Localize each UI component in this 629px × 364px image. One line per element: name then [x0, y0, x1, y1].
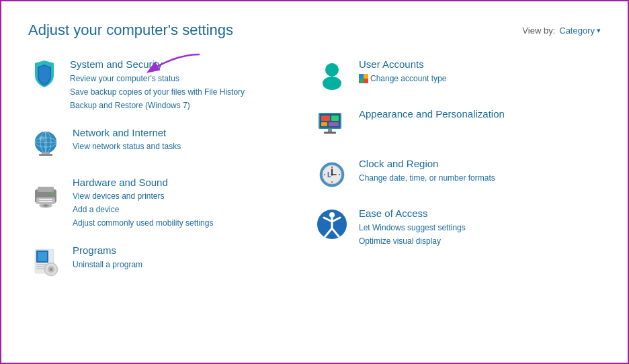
hardware-sound-title[interactable]: Hardware and Sound: [73, 176, 213, 189]
svg-point-28: [323, 77, 341, 90]
system-security-item[interactable]: System and Security Review your computer…: [28, 58, 314, 111]
hardware-sound-icon: [28, 176, 63, 211]
network-internet-icon: [28, 126, 63, 161]
svg-rect-29: [359, 74, 364, 79]
svg-rect-32: [364, 79, 368, 83]
svg-point-16: [45, 204, 47, 206]
user-accounts-link-0[interactable]: Change account type: [359, 73, 446, 85]
svg-point-13: [51, 191, 54, 194]
svg-point-7: [39, 136, 44, 141]
network-internet-title[interactable]: Network and Internet: [73, 126, 181, 140]
page-title: Adjust your computer's settings: [28, 21, 233, 39]
svg-rect-30: [364, 74, 368, 79]
svg-rect-38: [329, 122, 339, 126]
ease-access-title[interactable]: Ease of Access: [359, 207, 466, 220]
programs-link-0[interactable]: Uninstall a program: [73, 259, 142, 271]
network-internet-item[interactable]: Network and Internet View network status…: [28, 126, 314, 161]
hardware-sound-link-0[interactable]: View devices and printers: [73, 190, 213, 202]
control-panel-page: Adjust your computer's settings View by:…: [1, 1, 628, 314]
system-security-link-1[interactable]: Save backup copies of your files with Fi…: [70, 86, 245, 98]
network-internet-link-0[interactable]: View network status and tasks: [73, 140, 181, 152]
svg-rect-40: [324, 132, 336, 134]
network-internet-text: Network and Internet View network status…: [73, 126, 181, 153]
clock-region-item[interactable]: L Clock and Region Change date, time, or…: [314, 157, 601, 192]
hardware-sound-link-2[interactable]: Adjust commonly used mobility settings: [73, 217, 213, 229]
ease-access-icon: [314, 207, 349, 242]
hardware-sound-text: Hardware and Sound View devices and prin…: [73, 176, 213, 230]
categories-grid: System and Security Review your computer…: [28, 58, 601, 293]
svg-rect-6: [39, 154, 52, 156]
svg-rect-19: [38, 252, 47, 261]
header: Adjust your computer's settings View by:…: [28, 21, 601, 39]
right-column: User Accounts Change account type: [314, 58, 601, 293]
programs-text: Programs Uninstall a program: [73, 244, 142, 271]
programs-title[interactable]: Programs: [73, 244, 142, 257]
system-security-text: System and Security Review your computer…: [70, 58, 245, 111]
user-accounts-title[interactable]: User Accounts: [359, 58, 446, 71]
ease-access-item[interactable]: Ease of Access Let Windows suggest setti…: [314, 207, 601, 247]
view-by-dropdown[interactable]: Category: [559, 26, 601, 36]
appearance-item[interactable]: Appearance and Personalization: [314, 107, 601, 142]
ease-access-link-1[interactable]: Optimize visual display: [359, 235, 466, 247]
system-security-link-2[interactable]: Backup and Restore (Windows 7): [70, 99, 245, 111]
appearance-title[interactable]: Appearance and Personalization: [359, 107, 505, 121]
clock-region-text: Clock and Region Change date, time, or n…: [359, 157, 495, 184]
svg-rect-35: [321, 116, 330, 121]
clock-region-title[interactable]: Clock and Region: [359, 157, 495, 171]
system-security-icon: [28, 58, 60, 90]
appearance-icon: [314, 107, 349, 142]
system-security-link-0[interactable]: Review your computer's status: [70, 73, 245, 85]
svg-rect-36: [331, 116, 339, 121]
appearance-text: Appearance and Personalization: [359, 107, 505, 121]
windows-shield-icon: [359, 74, 368, 83]
svg-point-27: [325, 63, 339, 77]
ease-access-link-0[interactable]: Let Windows suggest settings: [359, 222, 466, 234]
svg-point-25: [50, 268, 52, 271]
view-by-control: View by: Category: [522, 26, 601, 36]
hardware-sound-item[interactable]: Hardware and Sound View devices and prin…: [28, 176, 314, 230]
view-by-label: View by:: [522, 26, 555, 36]
svg-text:L: L: [327, 171, 331, 179]
left-column: System and Security Review your computer…: [28, 58, 314, 293]
user-accounts-text: User Accounts Change account type: [359, 58, 446, 85]
svg-rect-11: [39, 199, 52, 200]
user-accounts-icon: [314, 58, 349, 93]
clock-region-icon: L: [314, 157, 349, 192]
svg-rect-12: [39, 201, 52, 202]
svg-rect-9: [38, 187, 54, 192]
programs-item[interactable]: Programs Uninstall a program: [28, 244, 314, 279]
user-accounts-item[interactable]: User Accounts Change account type: [314, 58, 601, 93]
ease-access-text: Ease of Access Let Windows suggest setti…: [359, 207, 466, 247]
system-security-title[interactable]: System and Security: [70, 58, 245, 71]
svg-rect-31: [359, 79, 364, 83]
clock-region-link-0[interactable]: Change date, time, or number formats: [359, 172, 495, 184]
svg-rect-37: [321, 122, 327, 126]
hardware-sound-link-1[interactable]: Add a device: [73, 203, 213, 216]
programs-icon: [28, 244, 63, 279]
